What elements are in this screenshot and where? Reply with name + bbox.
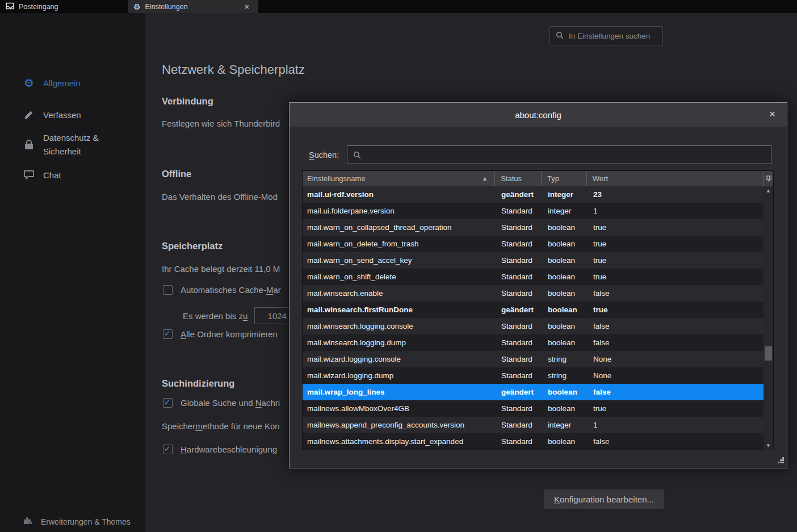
tab-einstellungen[interactable]: ⚙ Einstellungen × <box>128 0 258 13</box>
tab-close-icon[interactable]: × <box>241 2 253 11</box>
config-row[interactable]: mail.winsearch.logging.dump Standard boo… <box>303 334 765 351</box>
cache-management-checkbox[interactable] <box>163 285 173 295</box>
scroll-down-icon[interactable]: ▼ <box>764 441 773 450</box>
config-row[interactable]: mail.warn_on_delete_from_trash Standard … <box>303 236 765 252</box>
pref-status: Standard <box>496 240 542 248</box>
checkbox-label: Alle Ordner komprimieren <box>181 329 278 339</box>
sidebar-item-chat[interactable]: Chat <box>0 169 61 181</box>
config-row[interactable]: mailnews.append_preconfig_accounts.versi… <box>303 417 765 433</box>
config-row[interactable]: mail.ui.folderpane.version Standard inte… <box>303 203 765 219</box>
config-row[interactable]: mailnews.attachments.display.start_expan… <box>303 433 765 450</box>
pref-status: Standard <box>496 273 542 281</box>
cache-limit-row: Es werden bis zu 1024 <box>162 307 289 324</box>
pref-status: geändert <box>496 305 542 314</box>
sidebar-item-label: Chat <box>43 170 61 180</box>
sidebar-item-allgemein[interactable]: ⚙ Allgemein <box>0 77 81 89</box>
config-row[interactable]: mail.winsearch.logging.console Standard … <box>303 318 765 334</box>
cache-size-input[interactable]: 1024 <box>254 307 289 324</box>
pref-value: None <box>588 371 765 380</box>
pref-name: mail.wrap_long_lines <box>303 388 496 396</box>
chat-icon <box>23 169 35 181</box>
dialog-search-input[interactable] <box>347 145 771 164</box>
config-row[interactable]: mail.warn_on_collapsed_thread_operation … <box>303 219 765 236</box>
config-row[interactable]: mailnews.allowMboxOver4GB Standard boole… <box>303 400 765 417</box>
sidebar-item-label: Allgemein <box>43 78 81 88</box>
hardware-accel-checkbox[interactable] <box>163 445 173 454</box>
limit-label: Es werden bis zu <box>183 311 248 321</box>
pref-name: mail.wizard.logging.console <box>303 355 496 363</box>
pref-name: mail.winsearch.enable <box>303 289 496 298</box>
config-row[interactable]: mail.ui-rdf.version geändert integer 23 <box>303 186 765 203</box>
pref-type: integer <box>542 421 588 429</box>
column-header-name[interactable]: Einstellungsname ▲ <box>303 171 495 186</box>
pref-type: boolean <box>542 437 588 446</box>
pref-value: true <box>588 240 765 248</box>
pencil-icon <box>23 108 35 121</box>
checkbox-label: Automatisches Cache-Mar <box>181 285 281 295</box>
table-scrollbar[interactable]: ▲ ▼ <box>764 186 773 450</box>
pref-status: Standard <box>496 338 542 347</box>
puzzle-icon <box>23 516 33 527</box>
scroll-up-icon[interactable]: ▲ <box>764 186 773 195</box>
pref-name: mail.warn_on_send_accel_key <box>303 256 496 265</box>
dialog-search-label: Suchen: <box>309 150 339 160</box>
config-row[interactable]: mail.wizard.logging.console Standard str… <box>303 351 765 367</box>
config-row[interactable]: mail.wizard.logging.dump Standard string… <box>303 367 765 384</box>
dialog-title: about:config <box>515 110 561 120</box>
column-header-status[interactable]: Status <box>495 171 542 186</box>
pref-status: geändert <box>496 388 542 396</box>
pref-value: None <box>588 355 765 363</box>
pref-name: mailnews.allowMboxOver4GB <box>303 404 496 413</box>
section-text-verbindung: Festlegen wie sich Thunderbird <box>162 119 289 128</box>
config-table-header: Einstellungsname ▲ Status Typ Wert <box>303 171 773 186</box>
pref-type: boolean <box>542 305 588 314</box>
column-picker-icon[interactable] <box>764 171 773 186</box>
pref-name: mail.winsearch.logging.console <box>303 322 496 330</box>
config-table-body: mail.ui-rdf.version geändert integer 23 … <box>303 186 765 450</box>
pref-name: mail.ui.folderpane.version <box>303 207 496 215</box>
pref-type: boolean <box>542 338 588 347</box>
sidebar-item-label: Datenschutz & Sicherheit <box>43 131 117 158</box>
sidebar-item-verfassen[interactable]: Verfassen <box>0 108 81 121</box>
pref-value: 1 <box>588 207 765 215</box>
pref-name: mail.warn_on_shift_delete <box>303 273 496 281</box>
pref-name: mail.warn_on_collapsed_thread_operation <box>303 223 496 232</box>
sidebar-footer-label: Erweiterungen & Themes <box>41 517 131 526</box>
pref-name: mail.warn_on_delete_from_trash <box>303 240 496 248</box>
global-search-checkbox[interactable] <box>163 398 173 408</box>
pref-type: string <box>542 355 588 363</box>
pref-type: boolean <box>542 240 588 248</box>
settings-search-input[interactable]: In Einstellungen suchen <box>549 26 663 45</box>
pref-status: geändert <box>496 190 542 199</box>
config-row[interactable]: mail.warn_on_shift_delete Standard boole… <box>303 269 765 285</box>
search-icon <box>353 151 361 159</box>
pref-status: Standard <box>496 421 542 429</box>
pref-type: boolean <box>542 273 588 281</box>
edit-config-button[interactable]: Konfiguration bearbeiten... <box>544 489 664 509</box>
pref-value: true <box>588 256 765 265</box>
dialog-titlebar[interactable]: about:config × <box>290 103 787 127</box>
column-header-wert[interactable]: Wert <box>587 171 764 186</box>
pref-name: mailnews.attachments.display.start_expan… <box>303 437 496 446</box>
pref-name: mail.ui-rdf.version <box>303 190 496 199</box>
pref-type: integer <box>542 207 588 215</box>
column-header-typ[interactable]: Typ <box>542 171 587 186</box>
config-row[interactable]: mail.winsearch.firstRunDone geändert boo… <box>303 301 765 318</box>
pref-value: 23 <box>588 190 765 199</box>
config-row[interactable]: mail.winsearch.enable Standard boolean f… <box>303 285 765 301</box>
config-row[interactable]: mail.warn_on_send_accel_key Standard boo… <box>303 252 765 269</box>
pref-status: Standard <box>496 437 542 446</box>
inbox-icon <box>6 2 14 11</box>
tab-posteingang[interactable]: Posteingang <box>0 0 128 13</box>
config-row[interactable]: mail.wrap_long_lines geändert boolean fa… <box>303 384 765 400</box>
compact-folders-checkbox[interactable] <box>163 329 173 339</box>
gear-icon: ⚙ <box>23 77 35 89</box>
scrollbar-thumb[interactable] <box>765 346 772 361</box>
dialog-close-icon[interactable]: × <box>766 107 779 120</box>
section-heading-offline: Offline <box>162 169 289 179</box>
section-heading-verbindung: Verbindung <box>162 96 289 107</box>
resize-grip-icon[interactable] <box>777 456 785 466</box>
sidebar-item-erweiterungen[interactable]: Erweiterungen & Themes <box>0 516 131 527</box>
sidebar-item-datenschutz[interactable]: Datenschutz & Sicherheit <box>0 131 122 158</box>
pref-status: Standard <box>496 322 542 330</box>
